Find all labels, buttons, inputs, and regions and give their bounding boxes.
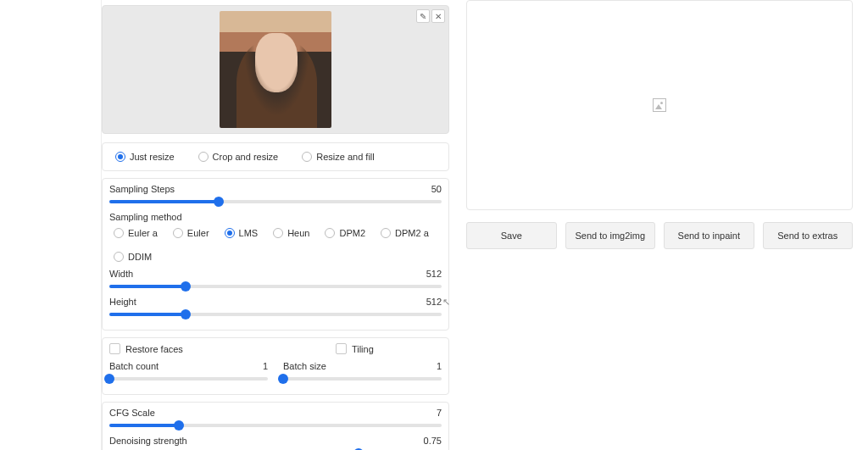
- edit-image-button[interactable]: ✎: [416, 9, 430, 23]
- restore-faces-checkbox[interactable]: Restore faces: [109, 343, 183, 354]
- close-image-button[interactable]: ✕: [431, 9, 445, 23]
- checkbox-icon: [336, 343, 347, 354]
- cfg-scale-label: CFG Scale: [109, 408, 155, 418]
- resize-mode-option-label: Crop and resize: [213, 152, 279, 162]
- cfg-scale-value: 7: [437, 408, 442, 418]
- checkbox-icon: [109, 343, 120, 354]
- batch-panel: Restore faces Tiling Batch count 1: [102, 337, 449, 395]
- cursor-icon: ↖: [442, 297, 450, 308]
- batch-count-value: 1: [263, 361, 268, 371]
- batch-count-thumb[interactable]: [104, 374, 114, 384]
- resize-mode-option[interactable]: Just resize: [109, 148, 181, 165]
- image-placeholder-icon: [653, 98, 666, 112]
- radio-icon: [225, 228, 235, 238]
- radio-icon: [114, 252, 124, 262]
- cfg-panel: CFG Scale 7 Denoising strength 0.75: [102, 402, 449, 450]
- sampling-steps-label: Sampling Steps: [109, 184, 175, 194]
- sampling-method-option[interactable]: LMS: [220, 225, 263, 242]
- denoising-label: Denoising strength: [109, 436, 187, 446]
- left-gutter: [0, 0, 102, 450]
- width-label: Width: [109, 269, 133, 279]
- send-to-extras-button[interactable]: Send to extras: [763, 222, 854, 249]
- cfg-scale-slider[interactable]: CFG Scale 7: [109, 408, 442, 431]
- resize-mode-option[interactable]: Resize and fill: [296, 148, 380, 165]
- sampling-steps-value: 50: [431, 184, 442, 194]
- save-button[interactable]: Save: [466, 222, 557, 249]
- sampling-method-option-label: DPM2 a: [395, 228, 429, 238]
- denoising-value: 0.75: [424, 436, 442, 446]
- width-slider[interactable]: Width 512: [109, 269, 442, 292]
- radio-icon: [381, 228, 391, 238]
- radio-icon: [115, 152, 125, 162]
- sampling-method-option-label: Euler a: [128, 228, 158, 238]
- height-label: Height: [109, 297, 136, 307]
- batch-size-thumb[interactable]: [278, 374, 288, 384]
- sampling-method-option[interactable]: DDIM: [109, 248, 156, 265]
- sampling-method-option[interactable]: Euler a: [109, 225, 162, 242]
- sampling-method-option[interactable]: Euler: [169, 225, 214, 242]
- send-to-img2img-button[interactable]: Send to img2img: [565, 222, 656, 249]
- radio-icon: [302, 152, 312, 162]
- sampling-method-option-label: Heun: [287, 228, 309, 238]
- sampling-method-label: Sampling method: [109, 212, 442, 222]
- output-column: Save Send to img2img Send to inpaint Sen…: [466, 0, 868, 450]
- batch-count-slider[interactable]: Batch count 1: [109, 361, 268, 384]
- sampling-steps-slider[interactable]: Sampling Steps 50: [109, 184, 442, 207]
- settings-column: ✎ ✕ Just resizeCrop and resizeResize and…: [102, 0, 449, 450]
- batch-count-label: Batch count: [109, 361, 159, 371]
- output-image-panel[interactable]: [466, 0, 853, 210]
- height-slider[interactable]: Height 512 ↖: [109, 297, 442, 319]
- input-image-thumbnail: [220, 11, 331, 128]
- radio-icon: [173, 228, 183, 238]
- pencil-icon: ✎: [420, 12, 426, 21]
- batch-size-label: Batch size: [283, 361, 326, 371]
- resize-mode-option-label: Resize and fill: [316, 152, 374, 162]
- cfg-scale-thumb[interactable]: [174, 420, 184, 431]
- restore-faces-label: Restore faces: [125, 344, 183, 354]
- radio-icon: [273, 228, 283, 238]
- sampling-method-option-label: DPM2: [339, 228, 365, 238]
- radio-icon: [198, 152, 209, 162]
- sampling-steps-thumb[interactable]: [214, 197, 224, 207]
- sampling-method-option[interactable]: Heun: [269, 225, 314, 242]
- resize-mode-option-label: Just resize: [130, 152, 175, 162]
- resize-mode-option[interactable]: Crop and resize: [192, 148, 285, 165]
- send-to-inpaint-button[interactable]: Send to inpaint: [664, 222, 754, 249]
- height-value: 512: [426, 297, 442, 307]
- sampling-panel: Sampling Steps 50 Sampling method Euler …: [102, 178, 449, 331]
- input-image-panel[interactable]: ✎ ✕: [102, 5, 449, 134]
- sampling-method-option[interactable]: DPM2 a: [376, 225, 433, 242]
- sampling-method-option-label: DDIM: [128, 252, 152, 262]
- radio-icon: [325, 228, 335, 238]
- resize-mode-panel: Just resizeCrop and resizeResize and fil…: [102, 142, 449, 171]
- tiling-label: Tiling: [352, 344, 374, 354]
- close-icon: ✕: [435, 12, 442, 21]
- tiling-checkbox[interactable]: Tiling: [336, 343, 374, 354]
- batch-size-value: 1: [437, 361, 442, 371]
- batch-size-slider[interactable]: Batch size 1: [283, 361, 442, 384]
- sampling-method-option[interactable]: DPM2: [320, 225, 370, 242]
- width-thumb[interactable]: [181, 281, 191, 292]
- height-thumb[interactable]: [181, 309, 191, 319]
- width-value: 512: [426, 269, 442, 279]
- sampling-method-option-label: Euler: [187, 228, 209, 238]
- denoising-slider[interactable]: Denoising strength 0.75: [109, 436, 442, 450]
- sampling-method-option-label: LMS: [239, 228, 259, 238]
- radio-icon: [114, 228, 124, 238]
